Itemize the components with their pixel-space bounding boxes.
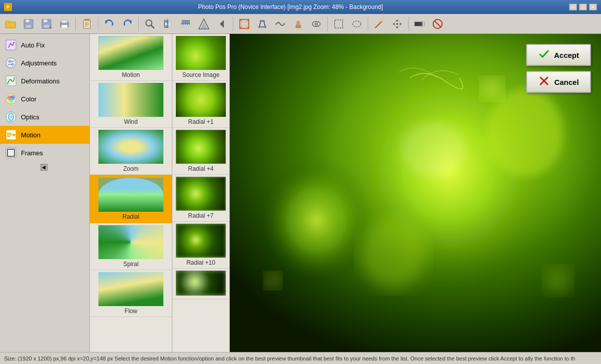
accept-icon: [538, 48, 550, 62]
svg-rect-4: [25, 19, 29, 22]
filter-thumb-zoom: [98, 130, 163, 164]
filter-item-spiral[interactable]: Spiral: [90, 223, 172, 270]
sidebar-item-frames[interactable]: Frames: [0, 144, 89, 162]
save-as-button[interactable]: +: [38, 15, 55, 32]
svg-point-51: [353, 21, 361, 27]
cancel-label: Cancel: [554, 78, 579, 86]
open-button[interactable]: [2, 15, 19, 32]
sidebar-item-auto-fix[interactable]: Auto Fix: [0, 36, 89, 54]
svg-point-69: [6, 58, 16, 68]
preview-panel: Source Image Radial +1 Radial +4: [172, 34, 230, 352]
rect-select-button[interactable]: [330, 15, 347, 32]
svg-marker-59: [393, 22, 395, 25]
eye-button[interactable]: [308, 15, 325, 32]
filter-item-radial[interactable]: Radial: [90, 175, 172, 223]
print-button[interactable]: [56, 15, 73, 32]
move-button[interactable]: [389, 15, 406, 32]
svg-line-52: [375, 21, 382, 28]
svg-point-61: [396, 23, 398, 25]
svg-point-40: [258, 26, 260, 28]
svg-marker-33: [220, 20, 224, 28]
sidebar-item-deformations[interactable]: Deformations: [0, 72, 89, 90]
toolbar-sep-2: [98, 17, 98, 31]
block-button[interactable]: [429, 15, 446, 32]
preview-radial-plus-10[interactable]: Radial +10: [172, 222, 229, 269]
filter-item-zoom[interactable]: Zoom: [90, 128, 172, 175]
levels-button[interactable]: [411, 15, 428, 32]
cancel-button[interactable]: Cancel: [526, 71, 591, 93]
svg-point-43: [260, 20, 262, 22]
svg-marker-32: [200, 22, 207, 29]
motion-icon: [5, 129, 17, 141]
preview-radial-plus-1[interactable]: Radial +1: [172, 81, 229, 128]
transform-button[interactable]: [195, 15, 212, 32]
redo-button[interactable]: [119, 15, 136, 32]
preview-thumb-r4: [176, 130, 226, 164]
svg-rect-5: [25, 24, 31, 28]
accept-button[interactable]: Accept: [526, 44, 591, 66]
preview-label-r1: Radial +1: [188, 118, 213, 125]
minimize-button[interactable]: ─: [569, 3, 577, 10]
svg-line-66: [435, 21, 441, 27]
toolbar-sep-3: [138, 17, 139, 31]
filter-item-motion[interactable]: Motion: [90, 34, 172, 81]
maximize-button[interactable]: □: [579, 3, 587, 10]
svg-rect-7: [43, 19, 47, 22]
preview-thumb-r10: [176, 224, 226, 258]
ellipse-select-button[interactable]: [348, 15, 365, 32]
frames-label: Frames: [21, 149, 43, 157]
sidebar-item-color[interactable]: Color: [0, 90, 89, 108]
filter-thumb-radial: [98, 178, 163, 212]
stamp-button[interactable]: [290, 15, 307, 32]
svg-line-56: [383, 19, 384, 20]
toolbar-sep-6: [368, 17, 368, 31]
svg-point-13: [66, 22, 67, 24]
preview-source-image[interactable]: Source Image: [172, 34, 229, 81]
auto-fix-icon: [5, 39, 17, 51]
undo-button[interactable]: [101, 15, 118, 32]
paste-special-button[interactable]: [78, 15, 95, 32]
filter-label-radial: Radial: [122, 213, 139, 220]
svg-line-22: [151, 25, 154, 28]
zoom-tool-button[interactable]: [141, 15, 158, 32]
svg-point-45: [283, 23, 285, 25]
filter-item-flow[interactable]: Flow: [90, 270, 172, 317]
crop-button[interactable]: [236, 15, 253, 32]
back-button[interactable]: [213, 15, 230, 32]
flip-v-button[interactable]: [177, 15, 194, 32]
status-text: Size: (1920 x 1200) px,96 dpi x=20,y=148…: [4, 356, 575, 362]
svg-point-49: [316, 23, 317, 24]
toolbar-sep-4: [233, 17, 233, 31]
sidebar-item-motion[interactable]: Motion: [0, 126, 89, 144]
sidebar-collapse-button[interactable]: ◀: [40, 164, 47, 171]
svg-marker-60: [400, 22, 402, 25]
svg-rect-8: [43, 24, 49, 28]
cancel-icon: [538, 75, 550, 89]
svg-text:+: +: [49, 25, 52, 30]
auto-fix-label: Auto Fix: [21, 41, 45, 49]
filter-list-scroll[interactable]: Motion Wind Zoom Radial: [90, 34, 172, 352]
preview-radial-plus-4[interactable]: Radial +4: [172, 128, 229, 175]
close-button[interactable]: ✕: [589, 3, 597, 10]
frames-icon: [5, 147, 17, 159]
sidebar-item-adjustments[interactable]: Adjustments: [0, 54, 89, 72]
preview-thumb-r1: [176, 83, 226, 117]
svg-point-95: [399, 122, 465, 177]
preview-panel-scroll[interactable]: Source Image Radial +1 Radial +4: [172, 34, 229, 352]
preview-radial-plus-13[interactable]: [172, 269, 229, 300]
svg-point-92: [481, 78, 503, 100]
svg-point-93: [264, 273, 281, 289]
statusbar: Size: (1920 x 1200) px,96 dpi x=20,y=148…: [0, 352, 601, 364]
filter-thumb-flow: [98, 272, 163, 306]
flip-h-button[interactable]: [159, 15, 176, 32]
warp-button[interactable]: [272, 15, 289, 32]
sidebar-item-optics[interactable]: Optics: [0, 108, 89, 126]
svg-rect-11: [61, 20, 67, 23]
perspective-button[interactable]: [254, 15, 271, 32]
filter-thumb-motion: [98, 36, 163, 70]
preview-radial-plus-7[interactable]: Radial +7: [172, 175, 229, 222]
magic-wand-button[interactable]: [371, 15, 388, 32]
save-button[interactable]: [20, 15, 37, 32]
filter-item-wind[interactable]: Wind: [90, 81, 172, 128]
toolbar-sep-1: [75, 17, 76, 31]
